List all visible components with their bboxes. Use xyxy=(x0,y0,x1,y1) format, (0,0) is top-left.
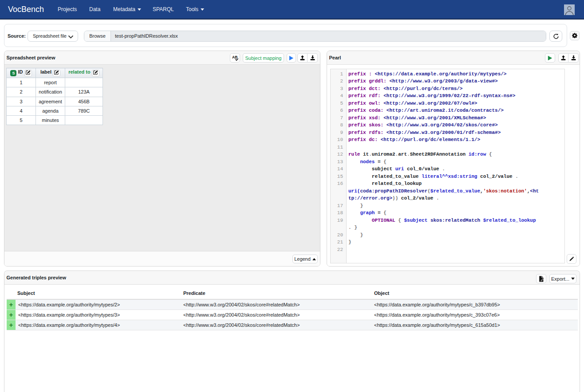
svg-text:AB: AB xyxy=(232,55,237,59)
